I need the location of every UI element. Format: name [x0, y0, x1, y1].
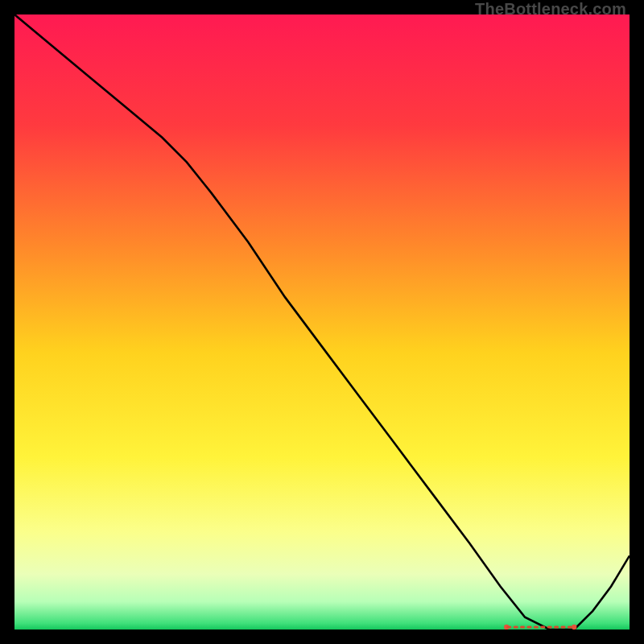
chart-frame [14, 14, 630, 630]
gradient-background [14, 14, 630, 630]
bottleneck-chart [14, 14, 630, 630]
svg-point-1 [572, 625, 576, 630]
watermark-text: TheBottleneck.com [475, 0, 626, 19]
